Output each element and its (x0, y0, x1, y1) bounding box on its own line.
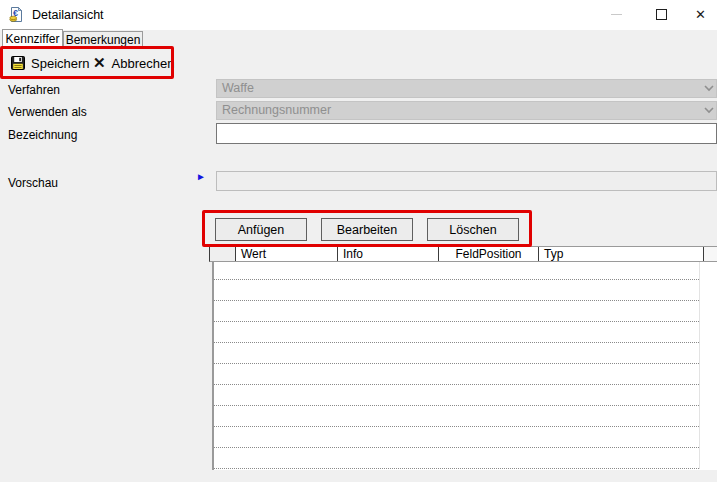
app-euro-document-icon: € (8, 6, 25, 23)
close-icon: ✕ (695, 7, 706, 22)
verfahren-dropdown[interactable]: Waffe (216, 79, 717, 98)
save-floppy-icon (11, 56, 25, 70)
column-header-typ[interactable]: Typ (539, 247, 704, 261)
table-row (214, 427, 699, 448)
dialog-detailansicht: € Detailansicht ✕ Kennziffer Bemerkungen… (0, 0, 717, 482)
verwenden-als-value: Rechnungsnummer (222, 103, 331, 117)
save-button[interactable]: Speichern (6, 51, 95, 75)
table-row (214, 262, 699, 280)
minimize-icon (611, 14, 622, 15)
vorschau-readonly-field (216, 171, 717, 191)
column-header-selector[interactable] (210, 247, 236, 261)
table-body[interactable] (212, 262, 717, 470)
verwenden-als-dropdown[interactable]: Rechnungsnummer (216, 101, 717, 120)
cancel-button-label: Abbrechen (112, 56, 175, 71)
column-header-feldposition[interactable]: FeldPosition (439, 247, 539, 261)
cancel-button[interactable]: ✕ Abbrechen (88, 51, 179, 75)
column-header-wert[interactable]: Wert (236, 247, 338, 261)
table-right-divider (699, 262, 700, 469)
verfahren-value: Waffe (222, 81, 254, 95)
maximize-button[interactable] (639, 0, 684, 29)
label-verfahren: Verfahren (8, 83, 60, 97)
edit-button[interactable]: Bearbeiten (321, 218, 413, 241)
table-row (214, 280, 699, 301)
title-bar: € Detailansicht ✕ (0, 0, 717, 30)
preview-arrow-icon: ► (196, 171, 206, 182)
table-row (214, 343, 699, 364)
maximize-icon (656, 9, 667, 20)
table-row (214, 322, 699, 343)
close-button[interactable]: ✕ (684, 0, 717, 29)
window-title: Detailansicht (32, 8, 104, 22)
table-row (214, 406, 699, 427)
tab-bemerkungen[interactable]: Bemerkungen (63, 31, 143, 48)
table-header: Wert Info FeldPosition Typ (209, 246, 717, 262)
append-button[interactable]: Anfügen (215, 218, 307, 241)
table-row (214, 448, 699, 469)
column-header-end (704, 247, 717, 261)
column-header-info[interactable]: Info (338, 247, 439, 261)
save-button-label: Speichern (31, 56, 90, 71)
tab-kennziffer[interactable]: Kennziffer (2, 29, 63, 48)
table-row (214, 385, 699, 406)
table-row (214, 301, 699, 322)
cancel-x-icon: ✕ (93, 56, 106, 70)
label-vorschau: Vorschau (8, 176, 58, 190)
label-bezeichnung: Bezeichnung (8, 128, 77, 142)
chevron-down-icon (704, 107, 714, 114)
minimize-button[interactable] (594, 0, 639, 29)
label-verwenden-als: Verwenden als (8, 105, 87, 119)
bezeichnung-input[interactable] (216, 123, 717, 144)
table-row (214, 364, 699, 385)
chevron-down-icon (704, 85, 714, 92)
delete-button[interactable]: Löschen (427, 218, 519, 241)
